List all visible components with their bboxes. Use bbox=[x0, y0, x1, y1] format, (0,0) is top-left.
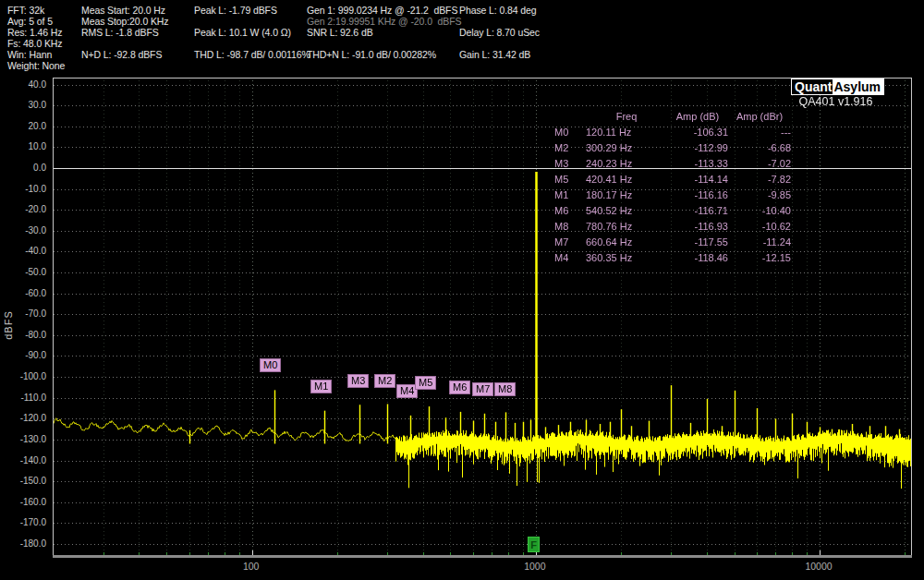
marker-table-row: M4360.35 Hz-118.46-12.15 bbox=[554, 250, 791, 266]
marker-table-cell: M8 bbox=[554, 219, 586, 235]
marker-table-header: FreqAmp (dB)Amp (dBr) bbox=[554, 109, 791, 125]
marker-table-cell: -106.31 bbox=[667, 125, 728, 140]
y-tick-label: 30.0 bbox=[4, 100, 46, 110]
marker-table: FreqAmp (dB)Amp (dBr)M0120.11 Hz-106.31-… bbox=[554, 109, 791, 266]
stat-line bbox=[307, 38, 461, 49]
stat-line: Meas Stop:20.0 KHz bbox=[81, 16, 169, 27]
y-tick-label: -90.0 bbox=[4, 350, 46, 360]
marker-table-cell: M5 bbox=[554, 172, 586, 187]
marker-table-cell: -117.55 bbox=[667, 235, 728, 250]
marker-table-row: M5420.41 Hz-114.14-7.82 bbox=[554, 172, 791, 187]
marker-table-cell: M4 bbox=[554, 250, 586, 266]
marker-table-cell: -9.85 bbox=[728, 187, 791, 203]
marker-table-cell: -7.82 bbox=[728, 172, 791, 187]
marker-table-cell: 420.41 Hz bbox=[586, 172, 667, 187]
marker-table-header-cell: Amp (dBr) bbox=[728, 109, 791, 125]
marker-table-row: M6540.52 Hz-116.71-10.40 bbox=[554, 203, 791, 219]
stat-line: Delay L: 8.70 uSec bbox=[459, 27, 540, 38]
y-tick-label: -110.0 bbox=[4, 393, 46, 403]
y-tick-label: -120.0 bbox=[4, 413, 46, 423]
stat-line: Peak L: -1.79 dBFS bbox=[194, 5, 310, 16]
y-tick-label: -140.0 bbox=[4, 455, 46, 465]
stat-line bbox=[459, 16, 540, 27]
y-tick-label: -180.0 bbox=[4, 538, 46, 549]
marker-table-cell: 360.35 Hz bbox=[586, 250, 667, 266]
stat-line bbox=[459, 38, 540, 49]
marker-table-cell: M2 bbox=[554, 140, 586, 156]
marker-table-row: M3240.23 Hz-113.33-7.02 bbox=[554, 156, 791, 172]
y-tick-label: 40.0 bbox=[4, 79, 46, 90]
stat-line: Res: 1.46 Hz bbox=[7, 27, 65, 38]
marker-table-cell: -116.71 bbox=[667, 203, 728, 219]
marker-table-cell: 240.23 Hz bbox=[586, 156, 667, 172]
stat-line: Fs: 48.0 KHz bbox=[7, 38, 65, 49]
marker-flag-m1[interactable]: M1 bbox=[310, 380, 332, 393]
marker-table-cell: 300.29 Hz bbox=[586, 140, 667, 156]
marker-flag-m5[interactable]: M5 bbox=[415, 376, 436, 390]
stat-line: THD+N L: -91.0 dB/ 0.00282% bbox=[307, 49, 461, 60]
marker-table-cell: -118.46 bbox=[667, 250, 728, 266]
x-tick-label: 100 bbox=[243, 561, 260, 572]
y-tick-label: 20.0 bbox=[4, 121, 46, 131]
marker-flag-m7[interactable]: M7 bbox=[472, 382, 493, 396]
stat-line bbox=[81, 38, 169, 49]
marker-table-cell: -113.33 bbox=[667, 156, 728, 172]
measurement-readouts: FFT: 32kAvg: 5 of 5Res: 1.46 HzFs: 48.0 … bbox=[0, 0, 924, 72]
marker-table-cell: 660.64 Hz bbox=[586, 235, 667, 250]
marker-table-cell: M7 bbox=[554, 235, 586, 250]
y-tick-label: 10.0 bbox=[4, 141, 46, 151]
stats-column: Peak L: -1.79 dBFS Peak L: 10.1 W (4.0 Ω… bbox=[194, 5, 310, 60]
marker-table-row: M2300.29 Hz-112.99-6.68 bbox=[554, 140, 791, 156]
marker-table-cell: 180.17 Hz bbox=[586, 187, 667, 203]
marker-flag-m3[interactable]: M3 bbox=[347, 374, 369, 388]
y-tick-label: -20.0 bbox=[4, 204, 46, 214]
y-tick-label: -160.0 bbox=[4, 497, 46, 507]
y-tick-label: -60.0 bbox=[4, 288, 46, 298]
fundamental-marker[interactable]: F bbox=[528, 537, 540, 552]
stat-line: Phase L: 0.84 deg bbox=[459, 5, 540, 16]
brand-logo-right: Asylum bbox=[833, 79, 883, 94]
brand-logo: Quant Asylum bbox=[791, 79, 884, 95]
x-tick-label: 1000 bbox=[524, 561, 545, 572]
y-tick-label: -10.0 bbox=[4, 184, 46, 194]
stats-column: Meas Start: 20.0 HzMeas Stop:20.0 KHzRMS… bbox=[81, 5, 169, 60]
stat-line: Meas Start: 20.0 Hz bbox=[81, 5, 169, 16]
marker-table-row: M8780.76 Hz-116.93-10.62 bbox=[554, 219, 791, 235]
stat-line: Gain L: 31.42 dB bbox=[459, 49, 540, 60]
stat-line: Peak L: 10.1 W (4.0 Ω) bbox=[194, 27, 310, 38]
stat-line: Weight: None bbox=[7, 60, 65, 71]
marker-table-header-cell: Amp (dB) bbox=[667, 109, 728, 125]
marker-table-cell: -10.62 bbox=[728, 219, 791, 235]
marker-table-cell: -116.93 bbox=[667, 219, 728, 235]
y-tick-label: 0.0 bbox=[4, 163, 46, 173]
stats-column: Gen 1: 999.0234 Hz @ -21.2 dBFSGen 2:19.… bbox=[307, 5, 461, 60]
marker-table-cell: -116.16 bbox=[667, 187, 728, 203]
stats-column: Phase L: 0.84 deg Delay L: 8.70 uSec Gai… bbox=[459, 5, 540, 60]
marker-table-cell: M1 bbox=[554, 187, 586, 203]
stat-line: THD L: -98.7 dB/ 0.00116% bbox=[194, 49, 310, 60]
firmware-version: QA401 v1.916 bbox=[791, 95, 881, 108]
marker-flag-m0[interactable]: M0 bbox=[260, 358, 281, 372]
stat-line: SNR L: 92.6 dB bbox=[307, 27, 461, 38]
marker-table-cell: -7.02 bbox=[728, 156, 791, 172]
y-tick-label: -170.0 bbox=[4, 517, 46, 527]
marker-table-cell: -10.40 bbox=[728, 203, 791, 219]
y-axis-title: dBFS bbox=[3, 310, 14, 340]
marker-flag-m8[interactable]: M8 bbox=[494, 382, 516, 396]
marker-flag-m6[interactable]: M6 bbox=[449, 381, 470, 394]
marker-flag-m2[interactable]: M2 bbox=[374, 374, 395, 388]
marker-table-cell: M6 bbox=[554, 203, 586, 219]
marker-table-cell: --- bbox=[728, 125, 791, 140]
marker-table-cell: 120.11 Hz bbox=[586, 125, 667, 140]
marker-table-row: M1180.17 Hz-116.16-9.85 bbox=[554, 187, 791, 203]
stat-line: N+D L: -92.8 dBFS bbox=[81, 49, 169, 60]
marker-table-cell: -114.14 bbox=[667, 172, 728, 187]
y-tick-label: -40.0 bbox=[4, 246, 46, 256]
marker-table-cell: 540.52 Hz bbox=[586, 203, 667, 219]
stat-line: Avg: 5 of 5 bbox=[7, 16, 65, 27]
x-axis-line bbox=[53, 555, 912, 558]
stat-line: Gen 2:19.99951 KHz @ -20.0 dBFS bbox=[307, 16, 461, 27]
marker-table-header-cell: Freq bbox=[586, 109, 667, 125]
marker-table-cell: M3 bbox=[554, 156, 586, 172]
marker-table-cell: 780.76 Hz bbox=[586, 219, 667, 235]
